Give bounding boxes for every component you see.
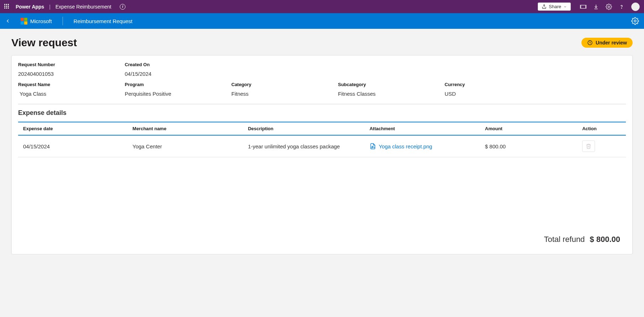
app-bar-divider [63,17,63,25]
back-icon[interactable] [5,18,11,24]
app-settings-icon[interactable] [631,17,639,25]
field-currency: Currency USD [445,82,516,97]
download-icon[interactable] [593,4,599,10]
svg-point-2 [621,8,622,8]
field-program: Program Perquisites Positive [125,82,231,97]
status-badge: Under review [581,38,633,48]
chevron-down-icon [563,5,567,9]
field-value: Perquisites Positive [125,91,231,97]
share-button[interactable]: Share [538,2,571,11]
attachment-name: Yoga class receipt.png [379,143,432,149]
brand-label: Power Apps [16,4,44,10]
org-name: Microsoft [30,18,52,24]
app-launcher-icon[interactable] [4,4,10,10]
svg-point-5 [372,146,372,147]
share-label: Share [549,4,561,9]
svg-rect-0 [581,5,586,8]
request-card: Request Number 202404001053 Created On 0… [11,55,633,254]
user-avatar[interactable] [631,2,640,11]
cell-merchant: Yoga Center [128,135,243,157]
delete-button[interactable] [582,141,595,152]
field-label: Program [125,82,231,87]
field-created-on: Created On 04/15/2024 [125,62,231,77]
col-action: Action [577,122,626,135]
col-attachment: Attachment [365,122,480,135]
divider [18,104,626,104]
field-label: Request Number [18,62,125,67]
status-label: Under review [596,40,627,46]
page-content: View request Under review Request Number… [0,29,644,254]
field-subcategory: Subcategory Fitness Classes [338,82,445,97]
settings-icon[interactable] [606,4,612,10]
total-label: Total refund [544,235,585,244]
table-header-row: Expense date Merchant name Description A… [18,122,626,135]
field-label: Request Name [18,82,125,87]
app-name-label: Expense Reimbursement [55,4,111,10]
total-row: Total refund $ 800.00 [18,232,626,244]
header-separator: | [49,4,50,10]
share-icon [542,4,547,9]
svg-point-3 [634,20,636,22]
page-breadcrumb: Reimbursement Request [74,18,133,24]
attachment-link[interactable]: Yoga class receipt.png [370,143,475,149]
cell-description: 1-year unlimited yoga classes package [243,135,365,157]
expense-table: Expense date Merchant name Description A… [18,122,626,157]
help-icon[interactable] [618,4,625,10]
field-label: Subcategory [338,82,445,87]
col-merchant: Merchant name [128,122,243,135]
field-value: 04/15/2024 [125,71,231,77]
field-request-name: Request Name Yoga Class [18,82,125,97]
expense-section-title: Expense details [18,109,626,117]
field-label: Currency [445,82,516,87]
microsoft-logo-icon [21,18,27,25]
cell-amount: $ 800.00 [480,135,578,157]
svg-point-1 [608,6,610,7]
info-icon[interactable]: i [120,4,125,10]
col-amount: Amount [480,122,578,135]
clock-icon [587,40,593,46]
field-label: Created On [125,62,231,67]
cell-date: 04/15/2024 [18,135,128,157]
field-request-number: Request Number 202404001053 [18,62,125,77]
field-category: Category Fitness [231,82,338,97]
trash-icon [586,143,591,149]
col-description: Description [243,122,365,135]
fit-screen-icon[interactable] [580,4,586,10]
field-value: 202404001053 [18,71,125,77]
field-value: USD [445,91,516,97]
field-label: Category [231,82,338,87]
total-amount: $ 800.00 [590,235,620,244]
file-image-icon [370,143,376,149]
page-title: View request [11,37,77,49]
field-value: Yoga Class [18,91,125,97]
col-expense-date: Expense date [18,122,128,135]
global-header: Power Apps | Expense Reimbursement i Sha… [0,0,644,13]
table-row: 04/15/2024 Yoga Center 1-year unlimited … [18,135,626,157]
field-value: Fitness Classes [338,91,445,97]
app-bar: Microsoft Reimbursement Request [0,13,644,29]
field-value: Fitness [231,91,338,97]
